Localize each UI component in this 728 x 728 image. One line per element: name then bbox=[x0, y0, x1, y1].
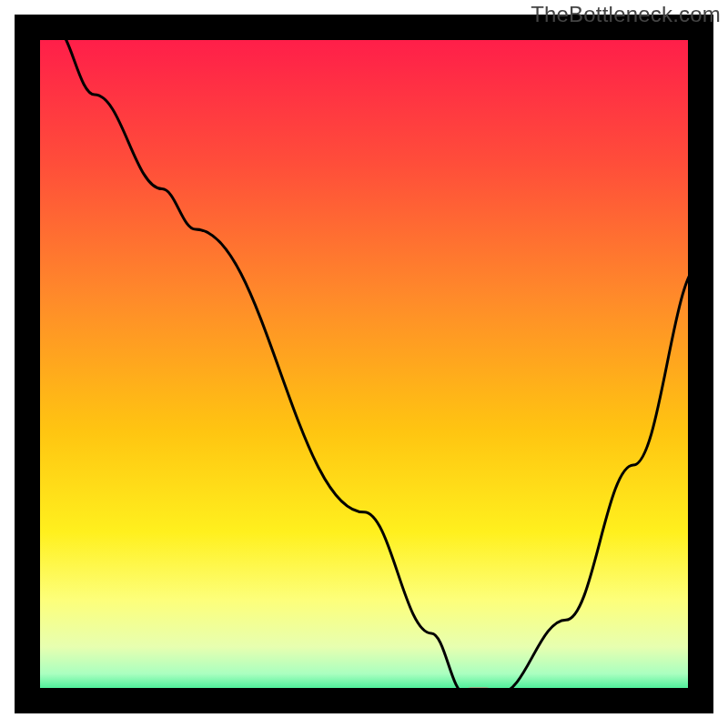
watermark-text: TheBottleneck.com bbox=[531, 2, 721, 27]
chart-container: TheBottleneck.com bbox=[0, 0, 728, 728]
plot-background bbox=[27, 27, 701, 701]
bottleneck-chart bbox=[0, 0, 728, 728]
